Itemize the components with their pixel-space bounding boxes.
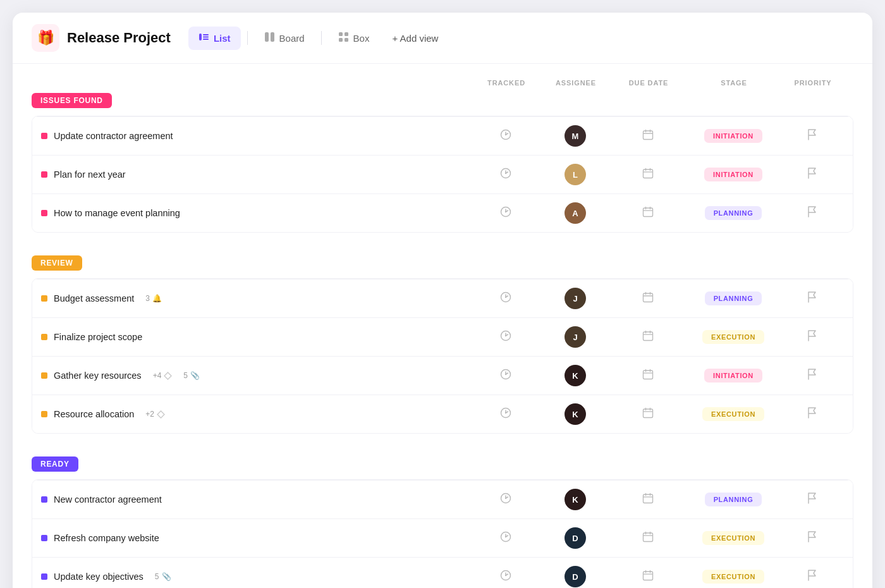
due-date-cell[interactable] (610, 570, 686, 584)
calendar-icon[interactable] (642, 493, 654, 507)
priority-cell[interactable] (781, 531, 844, 546)
svg-point-11 (505, 133, 506, 135)
assignee-cell[interactable]: M (540, 125, 610, 147)
priority-cell[interactable] (781, 206, 844, 221)
priority-flag-icon[interactable] (807, 206, 817, 221)
priority-flag-icon[interactable] (807, 407, 817, 422)
tracked-cell[interactable] (471, 206, 540, 221)
assignee-cell[interactable]: J (540, 326, 610, 348)
stage-cell[interactable]: EXECUTION (686, 531, 781, 545)
stage-cell[interactable]: EXECUTION (686, 330, 781, 344)
due-date-cell[interactable] (610, 369, 686, 383)
priority-flag-icon[interactable] (807, 129, 817, 144)
table-row[interactable]: Resource allocation+2 K EXECUTION (32, 395, 853, 433)
tracked-icon[interactable] (500, 206, 511, 221)
tracked-cell[interactable] (471, 291, 540, 306)
assignee-cell[interactable]: D (540, 566, 610, 587)
table-row[interactable]: Gather key resources+4 5 📎 K INITIATION (32, 356, 853, 395)
priority-cell[interactable] (781, 570, 844, 584)
tracked-cell[interactable] (471, 168, 540, 182)
calendar-icon[interactable] (642, 407, 654, 422)
assignee-cell[interactable]: K (540, 489, 610, 510)
due-date-cell[interactable] (610, 407, 686, 422)
calendar-icon[interactable] (642, 168, 654, 182)
tracked-icon[interactable] (500, 168, 511, 182)
due-date-cell[interactable] (610, 206, 686, 221)
stage-cell[interactable]: PLANNING (686, 291, 781, 305)
priority-cell[interactable] (781, 407, 844, 422)
tracked-cell[interactable] (471, 330, 540, 345)
calendar-icon[interactable] (642, 531, 654, 546)
priority-cell[interactable] (781, 493, 844, 507)
table-row[interactable]: Budget assessment3 🔔 J PLANNING (32, 279, 853, 317)
table-row[interactable]: Refresh company website D EXECUTION (32, 518, 853, 557)
priority-flag-icon[interactable] (807, 493, 817, 507)
priority-cell[interactable] (781, 291, 844, 306)
tracked-cell[interactable] (471, 493, 540, 507)
stage-cell[interactable]: EXECUTION (686, 407, 781, 421)
tracked-cell[interactable] (471, 129, 540, 144)
assignee-cell[interactable]: L (540, 164, 610, 185)
assignee-cell[interactable]: K (540, 403, 610, 425)
stage-cell[interactable]: INITIATION (686, 129, 781, 143)
tab-box[interactable]: Box (328, 27, 380, 50)
tracked-icon[interactable] (500, 493, 511, 507)
add-view-button[interactable]: + Add view (383, 28, 447, 49)
assignee-cell[interactable]: D (540, 527, 610, 549)
due-date-cell[interactable] (610, 291, 686, 306)
tracked-cell[interactable] (471, 369, 540, 383)
priority-flag-icon[interactable] (807, 291, 817, 306)
due-date-cell[interactable] (610, 129, 686, 144)
stage-cell[interactable]: PLANNING (686, 206, 781, 220)
tab-list[interactable]: List (188, 27, 241, 50)
tracked-icon[interactable] (500, 330, 511, 345)
calendar-icon[interactable] (642, 369, 654, 383)
tracked-icon[interactable] (500, 129, 511, 144)
table-row[interactable]: New contractor agreement K PLANNING (32, 480, 853, 518)
stage-cell[interactable]: PLANNING (686, 493, 781, 506)
table-row[interactable]: Update key objectives5 📎 D EXECUTION (32, 557, 853, 588)
due-date-cell[interactable] (610, 531, 686, 546)
priority-cell[interactable] (781, 369, 844, 383)
task-name-text: Update contractor agreement (54, 131, 173, 141)
priority-cell[interactable] (781, 129, 844, 144)
priority-cell[interactable] (781, 330, 844, 345)
stage-cell[interactable]: INITIATION (686, 168, 781, 181)
tracked-icon[interactable] (500, 369, 511, 383)
tracked-cell[interactable] (471, 570, 540, 584)
calendar-icon[interactable] (642, 570, 654, 584)
tab-board[interactable]: Board (254, 27, 315, 50)
priority-flag-icon[interactable] (807, 570, 817, 584)
priority-cell[interactable] (781, 168, 844, 182)
calendar-icon[interactable] (642, 291, 654, 306)
assignee-cell[interactable]: J (540, 288, 610, 309)
tracked-icon[interactable] (500, 291, 511, 306)
stage-cell[interactable]: INITIATION (686, 369, 781, 383)
calendar-icon[interactable] (642, 129, 654, 144)
tracked-cell[interactable] (471, 407, 540, 422)
tracked-icon[interactable] (500, 531, 511, 546)
due-date-cell[interactable] (610, 493, 686, 507)
table-row[interactable]: Update contractor agreement M INITIATION (32, 116, 853, 155)
task-name-text: New contractor agreement (54, 494, 162, 505)
status-badge: EXECUTION (702, 531, 764, 545)
priority-flag-icon[interactable] (807, 531, 817, 546)
table-row[interactable]: Finalize project scope J EXECUTION (32, 317, 853, 356)
due-date-cell[interactable] (610, 330, 686, 345)
table-row[interactable]: Plan for next year L INITIATION (32, 155, 853, 193)
priority-flag-icon[interactable] (807, 168, 817, 182)
tracked-icon[interactable] (500, 407, 511, 422)
tracked-cell[interactable] (471, 531, 540, 546)
priority-flag-icon[interactable] (807, 369, 817, 383)
task-name-cell: How to manage event planning (41, 208, 471, 218)
stage-cell[interactable]: EXECUTION (686, 570, 781, 584)
calendar-icon[interactable] (642, 206, 654, 221)
calendar-icon[interactable] (642, 330, 654, 345)
due-date-cell[interactable] (610, 168, 686, 182)
priority-flag-icon[interactable] (807, 330, 817, 345)
tracked-icon[interactable] (500, 570, 511, 584)
assignee-cell[interactable]: K (540, 365, 610, 386)
svg-rect-4 (265, 32, 269, 42)
table-row[interactable]: How to manage event planning A PLANNING (32, 193, 853, 232)
assignee-cell[interactable]: A (540, 202, 610, 224)
